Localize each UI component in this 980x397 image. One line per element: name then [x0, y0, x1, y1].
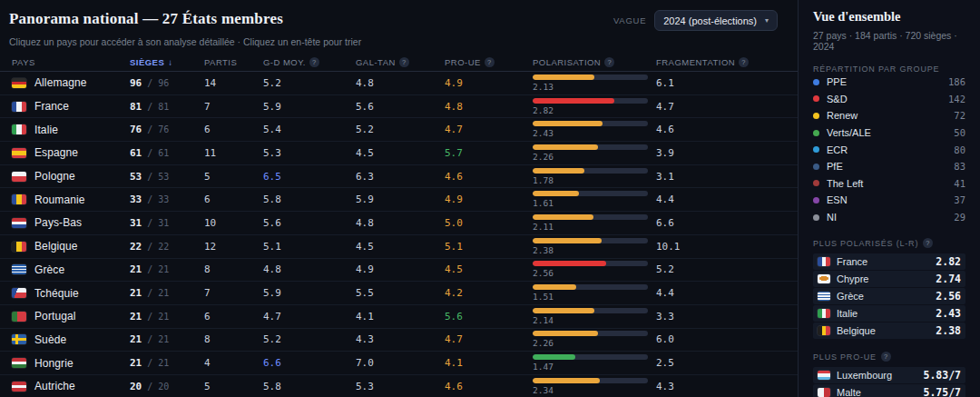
flag-icon: [12, 218, 26, 228]
country-name: Portugal: [34, 310, 76, 323]
country-name: Italie: [34, 124, 58, 136]
polarisation-value: 2.14: [533, 315, 656, 325]
flag-icon: [818, 371, 830, 380]
help-icon[interactable]: ?: [485, 57, 495, 67]
polarisation-cell: 1.47: [533, 354, 656, 372]
list-item[interactable]: Luxembourg 5.83/7: [813, 367, 965, 383]
group-name: PPE: [827, 76, 941, 87]
groups-section-title: RÉPARTITION PAR GROUPE: [813, 65, 965, 74]
country-name: Belgique: [34, 240, 78, 253]
table-row[interactable]: Tchéquie 21 / 21 7 5.9 5.5 4.2 1.51 4.4: [0, 282, 798, 305]
parties-count: 5: [204, 381, 263, 392]
seats-total: / 96: [142, 78, 169, 88]
column-header[interactable]: PAYS: [0, 57, 130, 67]
list-value: 5.83/7: [923, 369, 961, 382]
parties-count: 6: [204, 124, 263, 135]
seats-won: 81: [130, 101, 142, 113]
help-icon[interactable]: ?: [604, 57, 614, 67]
help-icon[interactable]: ?: [399, 57, 409, 67]
list-item[interactable]: Belgique 2.38: [813, 323, 965, 339]
help-icon[interactable]: ?: [923, 238, 933, 248]
parties-count: 6: [204, 311, 263, 323]
galtan-value: 5.5: [356, 287, 445, 299]
list-item[interactable]: Grèce 2.56: [813, 288, 965, 304]
gd-mean-value: 4.7: [263, 311, 356, 323]
polarisation-value: 2.82: [533, 105, 656, 115]
country-name: Espagne: [34, 146, 78, 159]
help-icon[interactable]: ?: [739, 57, 749, 67]
column-header[interactable]: GAL-TAN?: [356, 57, 445, 67]
table-row[interactable]: Belgique 22 / 22 12 5.1 4.5 5.1 2.38 10.…: [0, 235, 798, 259]
table-row[interactable]: Pays-Bas 31 / 31 10 5.6 4.8 5.0 2.11 6.6: [0, 212, 798, 235]
seats-cell: 20 / 20: [130, 381, 204, 392]
list-item[interactable]: Chypre 2.74: [813, 271, 965, 287]
table-row[interactable]: Hongrie 21 / 21 4 6.6 7.0 4.1 1.47 2.5: [0, 352, 798, 375]
column-header[interactable]: FRAGMENTATION?: [656, 57, 798, 67]
parties-count: 6: [204, 194, 263, 205]
flag-icon: [12, 172, 26, 182]
country-name: Allemagne: [34, 76, 87, 89]
table-row[interactable]: Espagne 61 / 61 11 5.3 4.5 5.7 2.26 3.9: [0, 142, 798, 165]
country-cell: Grèce: [0, 263, 130, 276]
group-row: S&D 142: [813, 91, 965, 108]
table-row[interactable]: Pologne 53 / 53 5 6.5 6.3 4.6 1.78 3.1: [0, 165, 798, 189]
list-item[interactable]: Malte 5.75/7: [813, 384, 965, 397]
seats-total: / 22: [142, 242, 169, 252]
galtan-value: 4.3: [356, 333, 445, 345]
list-item[interactable]: France 2.82: [813, 253, 965, 270]
help-icon[interactable]: ?: [881, 352, 891, 362]
country-name: Suède: [34, 333, 66, 346]
wave-select[interactable]: 2024 (post-élections) ▾: [654, 10, 778, 31]
fragmentation-value: 3.3: [656, 311, 798, 323]
list-item[interactable]: Italie 2.43: [813, 305, 965, 322]
column-header[interactable]: PRO-UE?: [445, 57, 533, 67]
polarisation-cell: 2.26: [533, 144, 656, 162]
column-header[interactable]: G-D MOY.?: [263, 57, 356, 67]
group-name: S&D: [827, 94, 941, 104]
overview-sidebar: Vue d'ensemble 27 pays · 184 partis · 72…: [798, 0, 980, 397]
column-header[interactable]: SIÈGES↓: [130, 57, 204, 67]
proue-value: 4.5: [445, 263, 533, 275]
flag-icon: [818, 274, 830, 283]
seats-won: 33: [130, 194, 142, 205]
help-icon[interactable]: ?: [309, 57, 319, 67]
fragmentation-value: 5.2: [656, 263, 798, 275]
sort-descending-icon: ↓: [168, 57, 172, 67]
table-row[interactable]: Italie 76 / 76 6 5.4 5.2 4.7 2.43 4.6: [0, 118, 798, 142]
list-value: 2.56: [936, 290, 961, 303]
column-header[interactable]: PARTIS: [204, 57, 263, 67]
polarisation-bar-fill: [533, 378, 600, 383]
polarisation-value: 2.34: [533, 385, 656, 395]
seats-cell: 33 / 33: [130, 194, 204, 205]
polarized-section-title: PLUS POLARISÉS (L-R) ?: [813, 238, 965, 248]
polarisation-cell: 1.61: [533, 191, 656, 208]
wave-label: VAGUE: [613, 15, 646, 25]
seats-total: / 61: [142, 148, 169, 158]
table-row[interactable]: Allemagne 96 / 96 14 5.2 4.8 4.9 2.13 6.…: [0, 72, 798, 95]
polarisation-bar-fill: [533, 121, 603, 126]
table-row[interactable]: Suède 21 / 21 8 5.2 4.3 4.7 2.26 6.0: [0, 329, 798, 352]
gd-mean-value: 5.3: [263, 147, 356, 159]
parties-count: 8: [204, 263, 263, 275]
group-seat-count: 83: [954, 161, 965, 172]
polarisation-bar: [533, 121, 648, 126]
proue-value: 4.2: [445, 287, 533, 299]
gd-mean-value: 6.6: [263, 357, 356, 369]
group-row: Verts/ALE 50: [813, 124, 965, 142]
table-row[interactable]: France 81 / 81 7 5.9 5.6 4.8 2.82 4.7: [0, 95, 798, 119]
national-panorama-panel: Panorama national — 27 États membres Cli…: [0, 0, 798, 397]
column-header[interactable]: POLARISATION?: [533, 57, 656, 67]
flag-icon: [12, 334, 26, 344]
proue-value: 4.1: [445, 357, 533, 369]
group-seat-count: 80: [954, 144, 965, 155]
table-row[interactable]: Portugal 21 / 21 6 4.7 4.1 5.6 2.14 3.3: [0, 305, 798, 329]
polarisation-bar: [533, 191, 648, 196]
table-row[interactable]: Autriche 20 / 20 5 5.8 5.3 4.6 2.34 4.3: [0, 375, 798, 397]
table-row[interactable]: Roumanie 33 / 33 6 5.8 5.9 4.9 1.61 4.4: [0, 188, 798, 212]
country-cell: Suède: [0, 333, 130, 346]
proue-list: Luxembourg 5.83/7 Malte 5.75/7 Espagne 5…: [813, 367, 965, 397]
seats-total: / 21: [142, 334, 169, 344]
list-value: 2.74: [936, 273, 961, 285]
seats-total: / 33: [142, 194, 169, 204]
table-row[interactable]: Grèce 21 / 21 8 4.8 4.9 4.5 2.56 5.2: [0, 259, 798, 283]
